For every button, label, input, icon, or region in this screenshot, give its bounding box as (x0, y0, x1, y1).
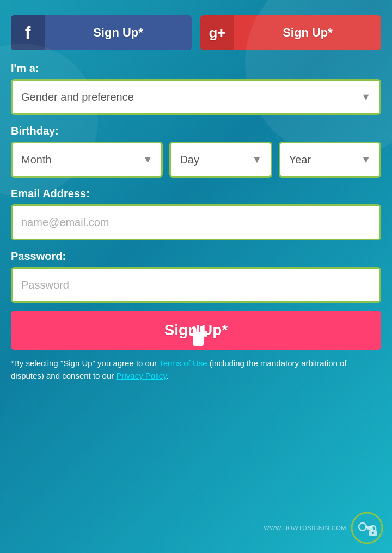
gender-select[interactable]: Gender and preference Man seeking Woman … (13, 81, 379, 113)
birthday-section-label: Birthday: (11, 125, 381, 137)
facebook-signup-button[interactable]: f Sign Up* (11, 15, 192, 50)
watermark: WWW.HOWTOSIGNIN.COM (264, 512, 383, 544)
year-select[interactable]: Year 20052004 20032002 20012000 19991998… (280, 143, 379, 176)
disclaimer-text: *By selecting "Sign Up" you agree to our… (11, 357, 381, 382)
svg-point-12 (372, 532, 374, 534)
month-select[interactable]: Month January February March April May J… (13, 143, 161, 176)
email-input-wrapper (11, 204, 381, 240)
month-select-wrapper: Month January February March April May J… (11, 142, 163, 178)
svg-rect-10 (367, 528, 370, 530)
hand-cursor-icon (185, 321, 211, 355)
svg-rect-3 (200, 326, 203, 335)
google-icon: g+ (200, 15, 234, 50)
social-buttons-row: f Sign Up* g+ Sign Up* (11, 15, 381, 50)
svg-rect-4 (204, 331, 207, 337)
watermark-text: WWW.HOWTOSIGNIN.COM (264, 525, 346, 531)
disclaimer-end: . (167, 371, 169, 380)
privacy-policy-link[interactable]: Privacy Policy (116, 371, 166, 380)
password-input[interactable] (13, 269, 379, 301)
terms-of-use-link[interactable]: Terms of Use (159, 358, 207, 368)
password-input-wrapper (11, 267, 381, 303)
year-select-wrapper: Year 20052004 20032002 20012000 19991998… (279, 142, 381, 178)
password-section-label: Password: (11, 250, 381, 263)
gender-section-label: I'm a: (11, 62, 381, 75)
signup-button[interactable]: Sign Up* (11, 311, 381, 350)
facebook-signup-label: Sign Up* (45, 26, 192, 40)
disclaimer-prefix: *By selecting "Sign Up" you agree to our (11, 358, 159, 368)
svg-point-7 (359, 523, 366, 531)
email-section-label: Email Address: (11, 187, 381, 200)
google-signup-label: Sign Up* (234, 26, 381, 40)
email-input[interactable] (13, 206, 379, 239)
svg-rect-2 (197, 325, 199, 335)
google-signup-button[interactable]: g+ Sign Up* (200, 15, 381, 50)
facebook-icon: f (11, 15, 45, 50)
svg-rect-5 (189, 333, 194, 336)
day-select[interactable]: Day 12 34 56 78 910 1112 1314 1516 1718 … (171, 143, 270, 176)
key-lock-icon (351, 512, 383, 544)
gender-select-wrapper: Gender and preference Man seeking Woman … (11, 79, 381, 115)
birthday-row: Month January February March April May J… (11, 142, 381, 178)
day-select-wrapper: Day 12 34 56 78 910 1112 1314 1516 1718 … (169, 142, 272, 178)
